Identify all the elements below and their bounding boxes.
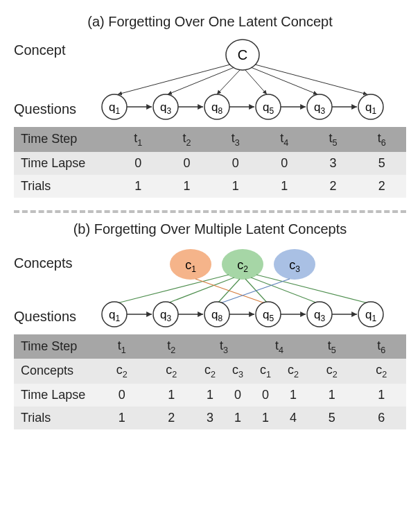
svg-line-31 [256, 275, 371, 304]
panel-a-table: Time Step t1 t2 t3 t4 t5 t6 Time Lapse 0… [14, 127, 406, 198]
row-timelapse: Time Lapse [14, 152, 114, 175]
panel-separator [14, 210, 406, 213]
th-timestep-b: Time Step [14, 334, 97, 359]
svg-line-15 [245, 70, 267, 94]
svg-line-32 [195, 279, 267, 304]
panel-a-svg: C q1 q3 q8 q5 q3 [14, 34, 406, 124]
row-trials: Trials [14, 175, 114, 198]
panel-a-title: (a) Forgetting Over One Latent Concept [14, 14, 406, 30]
svg-line-26 [114, 275, 229, 304]
panel-b-svg: c1 c2 c3 q1 q3 q8 q5 q3 q1 [14, 241, 406, 332]
svg-line-30 [251, 278, 320, 304]
panel-a-diagram: Concept Questions C q1 q3 q8 q5 [14, 34, 406, 124]
svg-line-14 [217, 70, 240, 94]
row-trials-b: Trials [14, 407, 97, 429]
th-timestep: Time Step [14, 127, 114, 152]
panel-b-title: (b) Forgetting Over Multiple Latent Conc… [14, 221, 406, 237]
svg-line-13 [168, 67, 234, 94]
svg-line-16 [251, 67, 317, 94]
svg-line-17 [255, 65, 367, 94]
row-timelapse-b: Time Lapse [14, 384, 97, 407]
svg-line-33 [218, 279, 290, 304]
row-concepts: Concepts [14, 359, 97, 384]
panel-b-diagram: Concepts Questions c1 c2 c3 q1 q3 q8 [14, 241, 406, 332]
panel-b-table: Time Step t1 t2 t3 t4 t5 t6 Concepts c2 … [14, 334, 406, 429]
concept-node-text: C [238, 47, 247, 62]
svg-line-27 [166, 278, 234, 304]
svg-line-12 [118, 65, 230, 94]
